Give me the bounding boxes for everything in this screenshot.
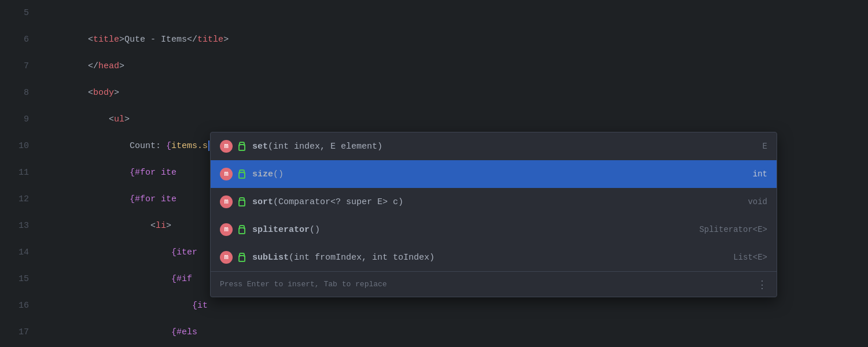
autocomplete-item-set[interactable]: m set(int index, E element) E	[211, 132, 777, 160]
method-name-sort: sort	[252, 197, 273, 207]
return-type-size: int	[753, 169, 767, 179]
line-number-8: 8	[0, 80, 41, 106]
item-name-size: size()	[252, 169, 744, 179]
method-icon-set: m	[220, 140, 233, 153]
method-params-set: (int index, E element)	[268, 142, 382, 152]
line-number-11: 11	[0, 160, 41, 186]
method-params-sort: (Comparator<? super E> c)	[273, 197, 403, 207]
return-type-spliterator: Spliterator<E>	[699, 225, 767, 234]
line-number-6: 6	[0, 27, 41, 53]
method-name-sublist: subList	[252, 253, 289, 263]
code-line-8: 8 <ul>	[0, 80, 868, 106]
autocomplete-item-sort[interactable]: m sort(Comparator<? super E> c) void	[211, 188, 777, 216]
more-options-icon[interactable]: ⋮	[757, 278, 767, 291]
return-type-set: E	[763, 142, 767, 151]
autocomplete-item-sublist[interactable]: m subList(int fromIndex, int toIndex) Li…	[211, 243, 777, 271]
lock-icon-sublist	[237, 253, 247, 262]
return-type-sort: void	[748, 197, 767, 206]
lock-icon-sort	[237, 197, 247, 206]
line-number-13: 13	[0, 213, 41, 239]
method-params-size: ()	[273, 169, 284, 179]
method-params-spliterator: ()	[310, 225, 320, 235]
code-line-5: 5 <title>Qute - Items</title>	[0, 0, 868, 27]
method-params-sublist: (int fromIndex, int toIndex)	[289, 253, 435, 263]
code-line-7: 7 <body>	[0, 53, 868, 80]
code-line-9: 9 Count: {items.s	[0, 106, 868, 133]
method-name-set: set	[252, 142, 268, 152]
method-name-spliterator: spliterator	[252, 225, 310, 235]
autocomplete-footer: Press Enter to insert, Tab to replace ⋮	[211, 271, 777, 297]
line-number-15: 15	[0, 266, 41, 293]
autocomplete-item-size[interactable]: m size() int	[211, 160, 777, 188]
method-icon-sublist: m	[220, 251, 233, 264]
lock-icon-set	[237, 142, 247, 151]
method-icon-size: m	[220, 168, 233, 180]
line-number-9: 9	[0, 106, 41, 133]
item-name-sort: sort(Comparator<? super E> c)	[252, 197, 738, 207]
code-line-17: 17 <del>{item.price}</del> <strong>{item…	[0, 319, 868, 346]
line-number-17: 17	[0, 319, 41, 346]
autocomplete-scrollbar[interactable]	[768, 132, 777, 135]
item-name-set: set(int index, E element)	[252, 142, 753, 152]
lock-icon-spliterator	[237, 225, 247, 234]
code-line-6: 6 </head>	[0, 27, 868, 53]
method-icon-spliterator: m	[220, 223, 233, 236]
autocomplete-dropdown: m set(int index, E element) E m	[210, 132, 777, 297]
method-name-size: size	[252, 169, 273, 179]
line-content-17: <del>{item.price}</del> <strong>{item.di…	[41, 319, 868, 347]
line-number-16: 16	[0, 293, 41, 319]
return-type-sublist: List<E>	[733, 253, 767, 262]
item-name-sublist: subList(int fromIndex, int toIndex)	[252, 253, 724, 263]
line-number-10: 10	[0, 133, 41, 160]
code-area: 5 <title>Qute - Items</title> 6 </head> …	[0, 0, 868, 347]
line-number-12: 12	[0, 186, 41, 213]
line-number-5: 5	[0, 0, 41, 27]
lock-icon-size	[237, 169, 247, 179]
item-name-spliterator: spliterator()	[252, 225, 690, 235]
line-number-14: 14	[0, 239, 41, 266]
method-icon-sort: m	[220, 195, 233, 208]
footer-hint-text: Press Enter to insert, Tab to replace	[220, 280, 387, 289]
code-editor: 5 <title>Qute - Items</title> 6 </head> …	[0, 0, 868, 347]
autocomplete-item-spliterator[interactable]: m spliterator() Spliterator<E>	[211, 216, 777, 243]
line-number-7: 7	[0, 53, 41, 80]
